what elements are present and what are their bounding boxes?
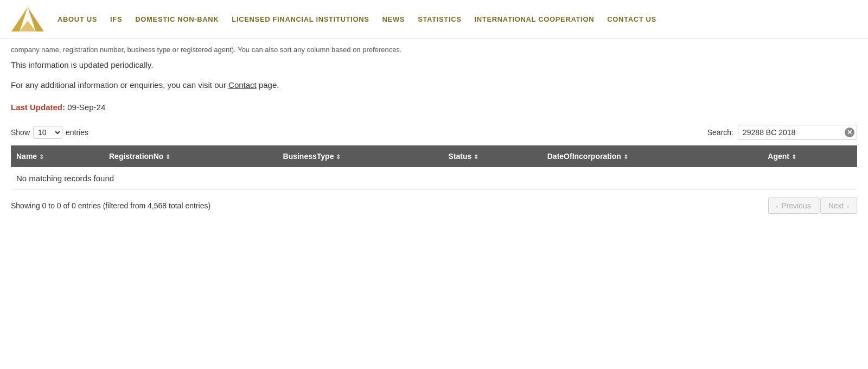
search-input-wrapper: ✕	[738, 125, 857, 140]
sort-icon: ⇕	[165, 154, 170, 161]
nav-link-international-cooperation[interactable]: INTERNATIONAL COOPERATION	[475, 15, 595, 23]
last-updated: Last Updated: 09-Sep-24	[11, 103, 857, 112]
logo	[9, 4, 47, 34]
nav-link-domestic-non-bank[interactable]: DOMESTIC NON-BANK	[135, 15, 219, 23]
top-note: company name, registration number, busin…	[11, 46, 857, 54]
contact-text-before: For any additional information or enquir…	[11, 80, 228, 90]
data-table: Name⇕RegistrationNo⇕BusinessType⇕Status⇕…	[11, 145, 857, 190]
col-agent-header[interactable]: Agent⇕	[762, 145, 857, 167]
table-header-row: Name⇕RegistrationNo⇕BusinessType⇕Status⇕…	[11, 145, 857, 167]
nav-link-licensed-fi[interactable]: LICENSED FINANCIAL INSTITUTIONS	[232, 15, 369, 23]
next-label: Next	[828, 201, 844, 210]
col-status-header[interactable]: Status⇕	[443, 145, 542, 167]
chevron-right-icon: ›	[847, 203, 849, 209]
sort-icon: ⇕	[39, 154, 44, 161]
search-input[interactable]	[738, 125, 857, 140]
nav-links: ABOUT USIFSDOMESTIC NON-BANKLICENSED FIN…	[58, 15, 859, 23]
pagination-summary: Showing 0 to 0 of 0 entries (filtered fr…	[11, 201, 210, 210]
previous-button[interactable]: ‹ Previous	[768, 198, 819, 214]
sort-icon: ⇕	[474, 154, 478, 161]
next-button[interactable]: Next ›	[820, 198, 857, 214]
nav-link-news[interactable]: NEWS	[382, 15, 405, 23]
pagination-row: Showing 0 to 0 of 0 entries (filtered fr…	[11, 198, 857, 214]
nav-link-statistics[interactable]: STATISTICS	[418, 15, 461, 23]
previous-label: Previous	[781, 201, 810, 210]
col-name-header[interactable]: Name⇕	[11, 145, 104, 167]
no-records-cell: No matching records found	[11, 167, 857, 190]
no-records-row: No matching records found	[11, 167, 857, 190]
col-business-type-header[interactable]: BusinessType⇕	[278, 145, 443, 167]
main-content: company name, registration number, busin…	[0, 39, 868, 230]
navbar: ABOUT USIFSDOMESTIC NON-BANKLICENSED FIN…	[0, 0, 868, 39]
last-updated-label: Last Updated:	[11, 103, 65, 112]
contact-paragraph: For any additional information or enquir…	[11, 80, 857, 90]
search-box: Search: ✕	[707, 125, 857, 140]
entries-select[interactable]: 10 25 50 100	[33, 126, 62, 139]
table-header: Name⇕RegistrationNo⇕BusinessType⇕Status⇕…	[11, 145, 857, 167]
chevron-left-icon: ‹	[776, 203, 778, 209]
last-updated-value: 09-Sep-24	[67, 103, 105, 112]
nav-link-ifs[interactable]: IFS	[110, 15, 122, 23]
col-reg-no-header[interactable]: RegistrationNo⇕	[104, 145, 278, 167]
show-entries: Show 10 25 50 100 entries	[11, 126, 88, 139]
table-controls: Show 10 25 50 100 entries Search: ✕	[11, 125, 857, 140]
nav-link-about-us[interactable]: ABOUT US	[58, 15, 97, 23]
contact-text-after: page.	[257, 80, 279, 90]
search-clear-button[interactable]: ✕	[845, 128, 854, 137]
sort-icon: ⇕	[623, 154, 628, 161]
sort-icon: ⇕	[792, 154, 796, 161]
info-text: This information is updated periodically…	[11, 60, 857, 69]
show-label: Show	[11, 128, 30, 137]
nav-link-contact-us[interactable]: CONTACT US	[607, 15, 656, 23]
col-date-header[interactable]: DateOfIncorporation⇕	[542, 145, 763, 167]
table-body: No matching records found	[11, 167, 857, 190]
entries-label: entries	[66, 128, 88, 137]
contact-link[interactable]: Contact	[228, 80, 257, 90]
pagination-buttons: ‹ Previous Next ›	[768, 198, 857, 214]
search-label: Search:	[707, 128, 733, 137]
sort-icon: ⇕	[336, 154, 341, 161]
